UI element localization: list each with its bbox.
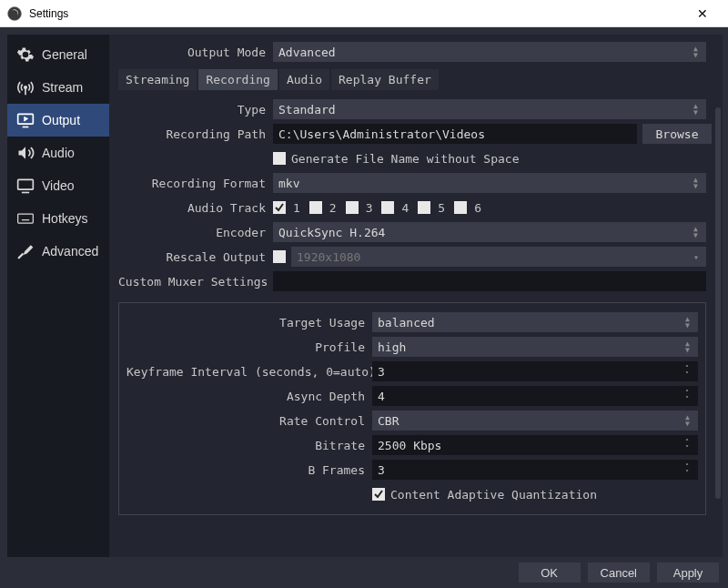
checkbox-icon xyxy=(372,488,385,501)
rescale-value-input[interactable]: 1920x1080 ▾ xyxy=(291,247,706,267)
gen-name-no-space-checkbox[interactable]: Generate File Name without Space xyxy=(273,152,519,166)
spinner-icon[interactable]: ˄˅ xyxy=(685,388,694,404)
muxer-input[interactable] xyxy=(273,271,706,291)
window-title: Settings xyxy=(29,7,684,20)
audio-track-label: Audio Track xyxy=(118,201,273,215)
sidebar-item-label: Output xyxy=(42,113,80,127)
updown-icon: ▲▼ xyxy=(685,412,694,429)
updown-icon: ▲▼ xyxy=(693,44,703,60)
bframes-label: B Frames xyxy=(126,463,372,477)
browse-button[interactable]: Browse xyxy=(642,124,712,144)
target-usage-select[interactable]: balanced ▲▼ xyxy=(372,312,698,332)
speaker-icon xyxy=(16,144,35,162)
spinner-icon[interactable]: ˄˅ xyxy=(685,437,694,453)
type-select[interactable]: Standard ▲▼ xyxy=(273,99,706,119)
recording-path-input[interactable]: C:\Users\Administrator\Videos xyxy=(273,124,637,144)
tab-recording[interactable]: Recording xyxy=(198,69,277,90)
audio-track-6[interactable]: 6 xyxy=(454,201,481,215)
encoder-label: Encoder xyxy=(118,226,273,239)
audio-track-3[interactable]: 3 xyxy=(346,201,373,215)
rescale-label: Rescale Output xyxy=(118,250,273,264)
encoder-settings-panel: Target Usage balanced ▲▼ Profile high ▲▼… xyxy=(118,302,706,515)
updown-icon: ▲▼ xyxy=(693,224,703,240)
sidebar-item-label: Audio xyxy=(42,146,75,160)
scrollbar[interactable] xyxy=(715,107,721,499)
audio-track-4[interactable]: 4 xyxy=(381,201,409,215)
sidebar-item-video[interactable]: Video xyxy=(7,169,109,202)
sidebar-item-label: Stream xyxy=(42,80,83,95)
close-button[interactable]: ✕ xyxy=(684,6,721,21)
updown-icon: ▲▼ xyxy=(693,175,703,191)
encoder-select[interactable]: QuickSync H.264 ▲▼ xyxy=(273,222,706,242)
recording-format-label: Recording Format xyxy=(118,177,273,190)
checkbox-icon xyxy=(273,152,286,165)
content-area: Output Mode Advanced ▲▼ Streaming Record… xyxy=(109,35,723,557)
spinner-icon[interactable]: ˄˅ xyxy=(685,363,694,380)
sidebar-item-stream[interactable]: Stream xyxy=(7,71,109,104)
checkbox-icon xyxy=(454,201,467,214)
async-depth-label: Async Depth xyxy=(126,390,372,403)
svg-rect-7 xyxy=(18,214,34,223)
sidebar-item-label: Video xyxy=(42,178,75,193)
svg-rect-5 xyxy=(18,179,34,189)
sidebar-item-audio[interactable]: Audio xyxy=(7,137,109,169)
monitor-arrow-icon xyxy=(16,111,35,129)
cancel-button[interactable]: Cancel xyxy=(588,563,650,583)
sidebar-item-general[interactable]: General xyxy=(7,38,109,71)
sidebar-item-label: Hotkeys xyxy=(42,211,88,226)
ok-button[interactable]: OK xyxy=(519,563,581,583)
updown-icon: ▲▼ xyxy=(693,101,703,117)
type-label: Type xyxy=(118,103,273,117)
keyframe-label: Keyframe Interval (seconds, 0=auto) xyxy=(126,365,372,379)
keyboard-icon xyxy=(16,209,35,228)
apply-button[interactable]: Apply xyxy=(657,563,719,583)
updown-icon: ▲▼ xyxy=(685,314,694,330)
sidebar-item-output[interactable]: Output xyxy=(7,104,109,137)
updown-icon: ▲▼ xyxy=(685,339,694,355)
sidebar-item-hotkeys[interactable]: Hotkeys xyxy=(7,202,109,235)
bframes-input[interactable]: 3 ˄˅ xyxy=(372,460,698,480)
audio-track-group: 1 2 3 4 5 6 xyxy=(273,201,481,215)
recording-format-select[interactable]: mkv ▲▼ xyxy=(273,173,706,193)
bitrate-label: Bitrate xyxy=(126,439,372,452)
sidebar-item-advanced[interactable]: Advanced xyxy=(7,235,109,268)
keyframe-input[interactable]: 3 ˄˅ xyxy=(372,361,698,381)
sidebar-item-label: General xyxy=(42,47,87,62)
bitrate-input[interactable]: 2500 Kbps ˄˅ xyxy=(372,435,698,455)
sidebar: General Stream Output Audio xyxy=(7,35,109,557)
tab-replay-buffer[interactable]: Replay Buffer xyxy=(331,69,439,90)
muxer-label: Custom Muxer Settings xyxy=(118,275,273,289)
tab-audio[interactable]: Audio xyxy=(279,69,329,90)
output-mode-select[interactable]: Advanced ▲▼ xyxy=(273,42,706,62)
monitor-icon xyxy=(16,177,35,195)
spinner-icon[interactable]: ˄˅ xyxy=(685,461,694,478)
async-depth-input[interactable]: 4 ˄˅ xyxy=(372,386,698,406)
gear-icon xyxy=(16,46,35,64)
checkbox-icon xyxy=(418,201,430,214)
checkbox-icon xyxy=(346,201,359,214)
footer: OK Cancel Apply xyxy=(0,557,728,588)
antenna-icon xyxy=(16,78,35,96)
rate-control-select[interactable]: CBR ▲▼ xyxy=(372,411,698,431)
output-mode-value: Advanced xyxy=(278,46,336,59)
sidebar-item-label: Advanced xyxy=(42,244,98,259)
caq-checkbox[interactable]: Content Adaptive Quantization xyxy=(372,488,597,502)
output-mode-label: Output Mode xyxy=(118,46,273,59)
recording-path-label: Recording Path xyxy=(118,127,273,141)
profile-label: Profile xyxy=(126,340,372,354)
profile-select[interactable]: high ▲▼ xyxy=(372,337,698,357)
output-tabs: Streaming Recording Audio Replay Buffer xyxy=(118,69,719,90)
titlebar: Settings ✕ xyxy=(0,0,728,27)
svg-point-0 xyxy=(8,6,22,20)
audio-track-2[interactable]: 2 xyxy=(309,201,337,215)
audio-track-5[interactable]: 5 xyxy=(418,201,445,215)
checkbox-icon xyxy=(309,201,322,214)
target-usage-label: Target Usage xyxy=(126,316,372,329)
checkbox-icon xyxy=(273,201,286,214)
tools-icon xyxy=(16,242,35,260)
checkbox-icon xyxy=(381,201,394,214)
rescale-checkbox[interactable] xyxy=(273,250,286,263)
rate-control-label: Rate Control xyxy=(126,414,372,428)
audio-track-1[interactable]: 1 xyxy=(273,201,300,215)
tab-streaming[interactable]: Streaming xyxy=(118,69,197,90)
